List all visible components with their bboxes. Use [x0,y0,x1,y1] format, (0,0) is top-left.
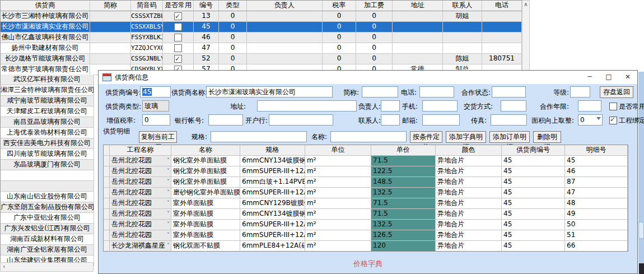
detail-cell[interactable]: 异地合片 [436,241,502,251]
delete-detail-button[interactable]: 删除明细 [533,131,561,143]
table-cell[interactable] [247,32,323,43]
row-header[interactable] [104,198,110,208]
detail-cell[interactable]: 钢化室外单面贴膜 [171,177,240,187]
table-cell[interactable] [482,22,522,32]
table-cell[interactable]: 0 [219,22,247,32]
detail-cell[interactable]: 6mmSUPER-III+12A(硅... [240,166,305,177]
vat-rate-input[interactable] [142,114,170,126]
column-header[interactable]: 加工费 [356,1,393,11]
detail-cell[interactable]: 45 [565,156,628,166]
table-cell[interactable]: 常德市昊宇玻璃有限责任公司 [1,64,90,75]
list-item[interactable]: 广东中亚铝业有限公司 [1,213,94,224]
table-cell[interactable] [90,43,131,53]
supplier-type-input[interactable]: 玻璃 [142,100,169,112]
list-item[interactable]: 东晶玻璃厦门有限公司 [1,160,94,170]
email-input[interactable] [422,114,460,126]
dropdown-arrow-icon[interactable]: ˅ [167,209,170,219]
detail-cell[interactable]: 钢化室外单面贴膜 [171,166,240,177]
detail-table-row[interactable]: 岳州北控花园˅磨砂钢化室外单面贴膜6mmSUPER-III+12A(硅...m²… [104,188,628,198]
column-header[interactable]: 联系人 [443,1,482,11]
checkbox[interactable] [174,44,182,52]
close-button[interactable]: ✕ [618,71,637,84]
list-item[interactable]: 四川南玻节能玻璃有限公司 [1,149,94,160]
table-cell[interactable]: CSSSXTZBL... [131,11,163,21]
table-cell[interactable]: 胡姐 [443,11,482,21]
dialog-titlebar[interactable]: 供货商信息 ─ □ ✕ [99,71,637,84]
maximize-button[interactable]: □ [599,71,618,84]
table-cell[interactable] [443,43,482,53]
table-cell[interactable]: CSSGJNBLYXGS [131,54,163,64]
detail-cell[interactable]: 异地合片 [436,188,502,198]
detail-cell[interactable]: 45 [502,198,565,208]
column-header[interactable]: 是否常用 [163,1,194,11]
detail-cell[interactable]: 磨砂钢化室外单面贴膜 [171,188,240,198]
table-cell[interactable] [393,11,443,21]
project-bind-checkbox[interactable] [609,117,617,124]
abbr-input[interactable] [362,86,398,97]
detail-cell[interactable]: 45 [502,177,565,187]
detail-cell[interactable]: 71.5 [371,156,436,166]
table-cell[interactable] [443,32,482,43]
row-header[interactable] [104,156,110,166]
table-cell[interactable]: 45 [194,22,219,32]
list-item[interactable]: 湖南百成新材料有限公司 [1,234,94,245]
table-cell[interactable] [247,54,323,64]
detail-cell[interactable]: m² [305,241,371,251]
common-checkbox-cell[interactable] [163,54,194,64]
table-cell[interactable] [393,54,443,64]
row-header[interactable] [104,230,110,240]
list-item[interactable]: 咸宁南玻节能玻璃有限公司 [1,96,94,106]
detail-cell[interactable]: m² [305,156,371,166]
table-cell[interactable] [247,43,323,53]
detail-cell[interactable]: 71.5 [371,209,436,219]
scroll-up-icon[interactable]: ∧ [522,1,529,9]
detail-cell[interactable]: 47 [565,188,628,198]
detail-cell[interactable]: 异地合片 [436,220,502,230]
detail-table-row[interactable]: 长沙龙湖祺鑫星座˅钢化双面不贴膜6mmPLE84+12A(硅酮胶...m²120… [104,241,628,252]
table-cell[interactable] [443,22,482,32]
row-header[interactable] [104,209,110,219]
detail-cell[interactable]: 45 [502,166,565,177]
name-filter-input[interactable] [330,131,407,142]
detail-cell[interactable]: 岳州北控花园˅ [110,177,171,187]
detail-cell[interactable]: 岳州北控花园˅ [110,220,171,230]
detail-cell[interactable]: 66 [565,241,628,251]
table-cell[interactable]: 0 [356,32,393,43]
detail-cell[interactable]: 室外单面贴膜 [171,220,240,230]
detail-table-row[interactable]: 岳州北控花园˅钢化室外单面贴膜6mmCNY134镀膜钢化m²71.5异地合片45… [104,156,628,166]
table-cell[interactable]: 47 [194,43,219,53]
supplier-name-input[interactable] [206,86,333,97]
table-row[interactable]: 长沙市三湘特种玻璃有限公司CSSSXTZBL...13000胡姐 [1,11,522,22]
detail-cell[interactable]: m² [305,166,371,177]
table-row[interactable]: 长沙晟格节能玻璃有限公司CSSGJNBLYXGS52000陈姐180751 [1,54,522,64]
list-item[interactable]: 西安佳吉美电力科技有限公司 [1,138,94,149]
detail-cell[interactable]: 120 [371,241,436,251]
detail-cell[interactable]: 49 [565,209,628,219]
detail-cell[interactable]: 异地合片 [436,198,502,208]
table-cell[interactable]: 陈姐 [443,54,482,64]
table-cell[interactable]: 长沙晟格节能玻璃有限公司 [1,54,90,64]
detail-cell[interactable]: 岳州北控花园˅ [110,156,171,166]
detail-cell[interactable]: 48 [565,198,628,208]
detail-cell[interactable]: 6mmSUPER-III+12A(硅... [240,188,305,198]
table-cell[interactable]: 13 [194,11,219,21]
column-header[interactable]: 规格 [240,145,305,155]
column-header[interactable]: 明细号 [565,145,628,155]
table-cell[interactable] [482,43,522,53]
row-header[interactable] [104,166,110,177]
row-header[interactable] [104,177,110,187]
column-header[interactable]: 颜色 [436,145,502,155]
detail-cell[interactable]: 室外单面贴膜 [171,198,240,208]
list-item[interactable]: 湖南广亚全铝家居有限公司 [1,245,94,256]
address-input[interactable] [257,100,357,112]
save-return-button[interactable]: 存盘返回 [600,86,633,98]
delivery-method-input[interactable] [501,100,526,112]
detail-cell[interactable]: 室外单面贴膜 [171,230,240,240]
detail-cell[interactable]: 钢化双面不贴膜 [171,241,240,251]
detail-cell[interactable]: 45 [502,188,565,198]
checkbox[interactable] [174,55,182,63]
list-item[interactable]: 上海优泰装饰材料有限公司 [1,128,94,138]
table-cell[interactable]: FSSYXBLKJ... [131,32,163,43]
list-item[interactable]: 武汉亿军科技有限公司 [1,75,94,85]
table-cell[interactable]: 0 [219,54,247,64]
